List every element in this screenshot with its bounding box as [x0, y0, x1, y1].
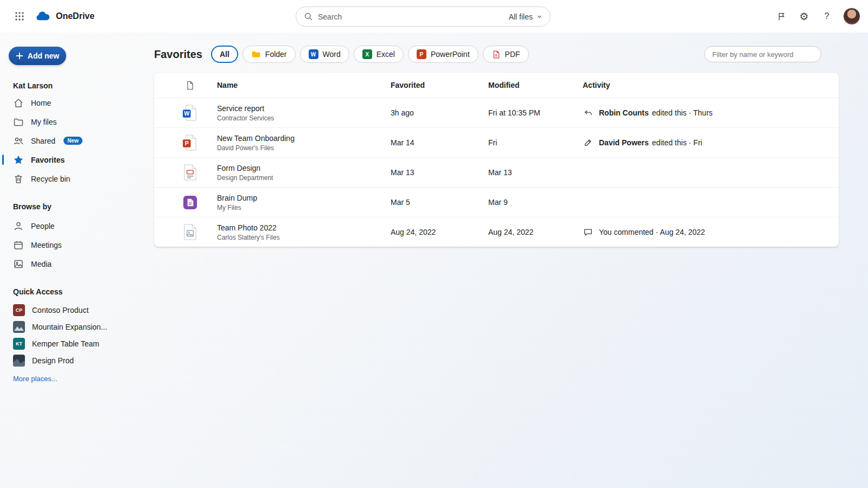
filter-pill-pdf[interactable]: PDF [483, 46, 529, 63]
waffle-icon [15, 11, 24, 21]
favorited-cell: 3h ago [391, 108, 488, 117]
file-name: Team Photo 2022 [217, 223, 391, 232]
filter-pill-powerpoint[interactable]: P PowerPoint [408, 46, 478, 63]
activity-cell: Robin Counts edited this · Thurs [583, 107, 830, 118]
table-row-service-report[interactable]: W Service report Contractor Services 3h … [154, 98, 839, 127]
sidebar-item-home[interactable]: Home [0, 93, 152, 112]
filter-pill-all[interactable]: All [211, 46, 238, 63]
modified-cell: Fri at 10:35 PM [488, 108, 583, 117]
excel-icon: X [362, 49, 372, 59]
feedback-flag-button[interactable] [771, 7, 791, 26]
modified-cell: Fri [488, 138, 583, 147]
quick-access-label: Mountain Expansion... [32, 323, 107, 331]
sidebar-item-label: Favorites [31, 156, 65, 164]
favorited-cell: Mar 5 [391, 198, 488, 207]
column-header-modified[interactable]: Modified [488, 81, 583, 89]
file-name: Service report [217, 104, 391, 113]
gear-icon: ⚙ [799, 10, 808, 23]
quick-access-title: Quick Access [0, 273, 152, 301]
modified-cell: Mar 9 [488, 198, 583, 207]
name-cell: Team Photo 2022 Carlos Slattery's Files [217, 223, 391, 241]
quick-access-item-contoso-product[interactable]: CP Contoso Product [0, 301, 152, 318]
powerpoint-file-icon: P [163, 134, 217, 151]
file-location: David Power's Files [217, 144, 391, 152]
table-row-brain-dump[interactable]: Brain Dump My Files Mar 5 Mar 9 [154, 187, 839, 217]
app-launcher-icon[interactable] [10, 7, 29, 26]
sidebar-item-my-files[interactable]: My files [0, 112, 152, 131]
main-content: Favorites All Folder W Word X Excel [152, 33, 868, 488]
sidebar-item-label: Home [31, 99, 51, 107]
sidebar-item-meetings[interactable]: Meetings [0, 235, 152, 254]
quick-access-item-design-prod[interactable]: Design Prod [0, 352, 152, 369]
filter-pill-folder[interactable]: Folder [242, 46, 296, 63]
add-new-label: Add new [28, 52, 59, 60]
help-icon: ? [825, 11, 829, 21]
sidebar-item-shared[interactable]: Shared New [0, 131, 152, 150]
file-location: My Files [217, 204, 391, 211]
more-places-link[interactable]: More places... [0, 369, 71, 389]
team-tile: CP [13, 304, 25, 316]
activity-cell: David Powers edited this · Fri [583, 137, 830, 148]
quick-access-label: Contoso Product [32, 306, 88, 314]
search-bar[interactable]: All files [296, 7, 551, 27]
pill-label: PDF [505, 50, 520, 59]
top-actions: ⚙ ? [771, 0, 860, 33]
sidebar-item-people[interactable]: People [0, 216, 152, 235]
search-scope-dropdown[interactable]: All files [509, 12, 542, 21]
sidebar-item-label: My files [31, 118, 56, 126]
sidebar-item-label: Media [31, 260, 52, 268]
person-icon [13, 221, 24, 232]
sidebar-item-recycle-bin[interactable]: Recycle bin [0, 169, 152, 188]
user-avatar[interactable] [843, 8, 860, 25]
notes-file-icon [163, 195, 217, 210]
comment-icon [583, 227, 593, 237]
filter-pill-word[interactable]: W Word [300, 46, 349, 63]
site-image-tile [13, 321, 25, 333]
home-icon [13, 98, 24, 108]
plus-icon [16, 52, 23, 60]
pill-label: Folder [265, 50, 287, 59]
flag-icon [777, 12, 786, 21]
column-header-favorited[interactable]: Favorited [391, 81, 488, 89]
filter-by-name-input[interactable] [704, 46, 821, 62]
table-row-new-team-onboarding[interactable]: P New Team Onboarding David Power's File… [154, 127, 839, 157]
add-new-button[interactable]: Add new [9, 47, 66, 65]
file-location: Design Department [217, 174, 391, 182]
powerpoint-icon: P [417, 49, 426, 59]
modified-cell: Mar 13 [488, 168, 583, 177]
star-icon [13, 155, 24, 165]
file-location: Carlos Slattery's Files [217, 234, 391, 241]
new-badge: New [63, 137, 82, 145]
abstract-image-icon [13, 355, 25, 367]
pdf-icon [492, 50, 501, 59]
activity-text: edited this · Fri [652, 138, 703, 147]
sidebar-item-media[interactable]: Media [0, 254, 152, 273]
activity-text: You commented · Aug 24, 2022 [599, 228, 705, 236]
quick-access-item-kemper-table-team[interactable]: KT Kemper Table Team [0, 335, 152, 352]
activity-cell: You commented · Aug 24, 2022 [583, 227, 830, 237]
file-location: Contractor Services [217, 114, 391, 122]
name-cell: Form Design Design Department [217, 164, 391, 182]
favorited-cell: Mar 13 [391, 168, 488, 177]
sidebar-item-favorites[interactable]: Favorites [0, 150, 152, 169]
quick-access-item-mountain-expansion[interactable]: Mountain Expansion... [0, 318, 152, 335]
search-input[interactable] [318, 12, 504, 21]
filter-pill-excel[interactable]: X Excel [354, 46, 404, 63]
column-header-activity[interactable]: Activity [583, 81, 830, 89]
onedrive-logo[interactable]: OneDrive [35, 11, 94, 22]
table-header: Name Favorited Modified Activity [154, 73, 839, 98]
reply-arrow-icon [583, 107, 593, 118]
settings-button[interactable]: ⚙ [794, 7, 814, 26]
column-header-name[interactable]: Name [217, 81, 391, 89]
top-bar: OneDrive All files ⚙ ? [0, 0, 868, 33]
people-icon [13, 136, 24, 146]
image-icon [13, 259, 24, 269]
svg-text:P: P [184, 140, 188, 146]
pill-label: Excel [376, 50, 395, 59]
table-row-team-photo-2022[interactable]: Team Photo 2022 Carlos Slattery's Files … [154, 217, 839, 247]
table-row-form-design[interactable]: Form Design Design Department Mar 13 Mar… [154, 157, 839, 187]
file-name: Brain Dump [217, 194, 391, 202]
chevron-down-icon [537, 14, 542, 20]
help-button[interactable]: ? [817, 7, 837, 26]
app-name: OneDrive [56, 11, 94, 21]
